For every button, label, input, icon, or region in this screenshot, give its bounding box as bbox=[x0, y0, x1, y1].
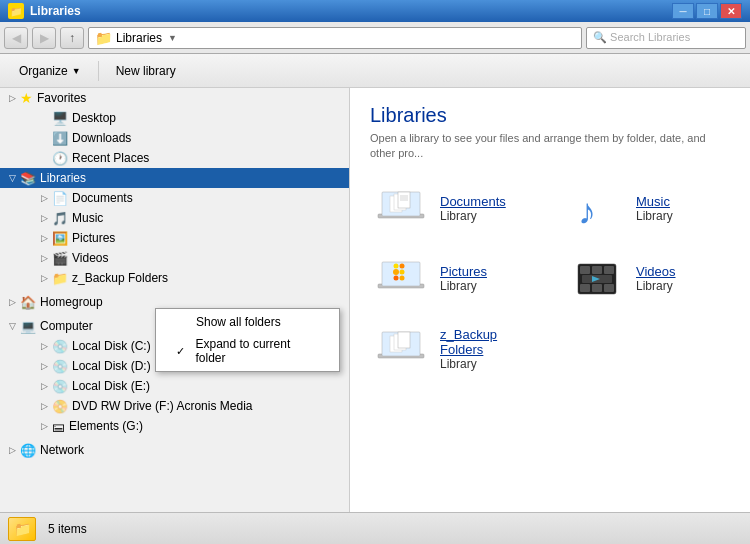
videos-lib-icon bbox=[570, 256, 624, 302]
elements-icon: 🖴 bbox=[52, 419, 65, 434]
expand-disk-d-icon: ▷ bbox=[36, 358, 52, 374]
libraries-label: Libraries bbox=[40, 171, 86, 185]
zbackup-lib-icon bbox=[374, 326, 428, 372]
sidebar: ▷ ★ Favorites 🖥️ Desktop ⬇️ Downloads 🕐 … bbox=[0, 88, 350, 512]
sidebar-item-favorites[interactable]: ▷ ★ Favorites bbox=[0, 88, 349, 108]
computer-icon: 💻 bbox=[20, 319, 36, 334]
expand-network-icon: ▷ bbox=[4, 442, 20, 458]
sidebar-item-desktop[interactable]: 🖥️ Desktop bbox=[0, 108, 349, 128]
expand-disk-c-icon: ▷ bbox=[36, 338, 52, 354]
sidebar-item-videos[interactable]: ▷ 🎬 Videos bbox=[0, 248, 349, 268]
recent-icon: 🕐 bbox=[52, 151, 68, 166]
new-library-label: New library bbox=[116, 64, 176, 78]
address-bar: ◀ ▶ ↑ 📁 Libraries ▼ 🔍 Search Libraries bbox=[0, 22, 750, 54]
svg-rect-18 bbox=[580, 266, 590, 274]
sidebar-scroll[interactable]: ▷ ★ Favorites 🖥️ Desktop ⬇️ Downloads 🕐 … bbox=[0, 88, 349, 512]
documents-lib-type: Library bbox=[440, 209, 506, 223]
library-item-documents[interactable]: Documents Library bbox=[370, 182, 534, 236]
context-expand-current[interactable]: ✓ Expand to current folder bbox=[156, 333, 339, 369]
sidebar-item-network[interactable]: ▷ 🌐 Network bbox=[0, 440, 349, 460]
zbackup-lib-text: z_Backup Folders Library bbox=[440, 327, 530, 371]
status-count: 5 items bbox=[48, 522, 87, 536]
search-button[interactable]: 🔍 Search Libraries bbox=[586, 27, 746, 49]
up-button[interactable]: ↑ bbox=[60, 27, 84, 49]
context-show-all-folders[interactable]: Show all folders bbox=[156, 311, 339, 333]
network-label: Network bbox=[40, 443, 84, 457]
sidebar-item-elements[interactable]: ▷ 🖴 Elements (G:) bbox=[0, 416, 349, 436]
elements-label: Elements (G:) bbox=[69, 419, 143, 433]
music-lib-icon: ♪ bbox=[570, 186, 624, 232]
videos-lib-text: Videos Library bbox=[636, 264, 676, 293]
main-layout: ▷ ★ Favorites 🖥️ Desktop ⬇️ Downloads 🕐 … bbox=[0, 88, 750, 512]
downloads-label: Downloads bbox=[72, 131, 131, 145]
minimize-button[interactable]: ─ bbox=[672, 3, 694, 19]
videos-lib-name: Videos bbox=[636, 264, 676, 279]
library-item-pictures[interactable]: Pictures Library bbox=[370, 252, 534, 306]
svg-point-15 bbox=[394, 275, 399, 280]
maximize-button[interactable]: □ bbox=[696, 3, 718, 19]
pictures-lib-type: Library bbox=[440, 279, 487, 293]
sidebar-item-zbackup[interactable]: ▷ 📁 z_Backup Folders bbox=[0, 268, 349, 288]
sidebar-item-pictures[interactable]: ▷ 🖼️ Pictures bbox=[0, 228, 349, 248]
dvd-drive-label: DVD RW Drive (F:) Acronis Media bbox=[72, 399, 252, 413]
documents-lib-icon bbox=[374, 186, 428, 232]
svg-rect-30 bbox=[398, 332, 410, 348]
sidebar-item-downloads[interactable]: ⬇️ Downloads bbox=[0, 128, 349, 148]
forward-button[interactable]: ▶ bbox=[32, 27, 56, 49]
expand-zbackup-icon: ▷ bbox=[36, 270, 52, 286]
new-library-button[interactable]: New library bbox=[105, 58, 187, 84]
expand-dvd-icon: ▷ bbox=[36, 398, 52, 414]
music-icon: 🎵 bbox=[52, 211, 68, 226]
sidebar-item-music[interactable]: ▷ 🎵 Music bbox=[0, 208, 349, 228]
library-item-zbackup[interactable]: z_Backup Folders Library bbox=[370, 322, 534, 376]
disk-d-icon: 💿 bbox=[52, 359, 68, 374]
svg-point-11 bbox=[393, 269, 399, 275]
zbackup-label: z_Backup Folders bbox=[72, 271, 168, 285]
music-lib-type: Library bbox=[636, 209, 673, 223]
local-disk-e-label: Local Disk (E:) bbox=[72, 379, 150, 393]
desktop-label: Desktop bbox=[72, 111, 116, 125]
close-button[interactable]: ✕ bbox=[720, 3, 742, 19]
library-item-music[interactable]: ♪ Music Library bbox=[566, 182, 730, 236]
documents-icon: 📄 bbox=[52, 191, 68, 206]
libraries-icon: 📚 bbox=[20, 171, 36, 186]
status-folder-icon: 📁 bbox=[8, 517, 36, 541]
content-area: Libraries Open a library to see your fil… bbox=[350, 88, 750, 512]
svg-rect-23 bbox=[604, 284, 614, 292]
documents-lib-name: Documents bbox=[440, 194, 506, 209]
recent-places-label: Recent Places bbox=[72, 151, 149, 165]
context-menu: Show all folders ✓ Expand to current fol… bbox=[155, 308, 340, 372]
expand-current-label: Expand to current folder bbox=[196, 337, 320, 365]
pictures-lib-name: Pictures bbox=[440, 264, 487, 279]
window-title: Libraries bbox=[30, 4, 81, 18]
svg-rect-22 bbox=[592, 284, 602, 292]
expand-music-icon: ▷ bbox=[36, 210, 52, 226]
address-path[interactable]: 📁 Libraries ▼ bbox=[88, 27, 582, 49]
back-button[interactable]: ◀ bbox=[4, 27, 28, 49]
organize-button[interactable]: Organize ▼ bbox=[8, 58, 92, 84]
music-lib-name: Music bbox=[636, 194, 673, 209]
svg-rect-20 bbox=[604, 266, 614, 274]
sidebar-item-recent-places[interactable]: 🕐 Recent Places bbox=[0, 148, 349, 168]
path-dropdown-icon[interactable]: ▼ bbox=[168, 33, 177, 43]
content-subtitle: Open a library to see your files and arr… bbox=[370, 131, 730, 162]
dvd-icon: 📀 bbox=[52, 399, 68, 414]
videos-icon: 🎬 bbox=[52, 251, 68, 266]
check-expand-current: ✓ bbox=[176, 345, 190, 358]
organize-label: Organize bbox=[19, 64, 68, 78]
sidebar-item-documents[interactable]: ▷ 📄 Documents bbox=[0, 188, 349, 208]
svg-rect-21 bbox=[580, 284, 590, 292]
toolbar-separator bbox=[98, 61, 99, 81]
organize-dropdown-icon: ▼ bbox=[72, 66, 81, 76]
pictures-lib-text: Pictures Library bbox=[440, 264, 487, 293]
expand-videos-icon: ▷ bbox=[36, 250, 52, 266]
sidebar-item-libraries[interactable]: ▽ 📚 Libraries bbox=[0, 168, 349, 188]
expand-favorites-icon: ▷ bbox=[4, 90, 20, 106]
content-title: Libraries bbox=[370, 104, 730, 127]
sidebar-item-local-disk-e[interactable]: ▷ 💿 Local Disk (E:) bbox=[0, 376, 349, 396]
library-item-videos[interactable]: Videos Library bbox=[566, 252, 730, 306]
pictures-label: Pictures bbox=[72, 231, 115, 245]
sidebar-item-dvd-drive[interactable]: ▷ 📀 DVD RW Drive (F:) Acronis Media bbox=[0, 396, 349, 416]
expand-elements-icon: ▷ bbox=[36, 418, 52, 434]
downloads-icon: ⬇️ bbox=[52, 131, 68, 146]
